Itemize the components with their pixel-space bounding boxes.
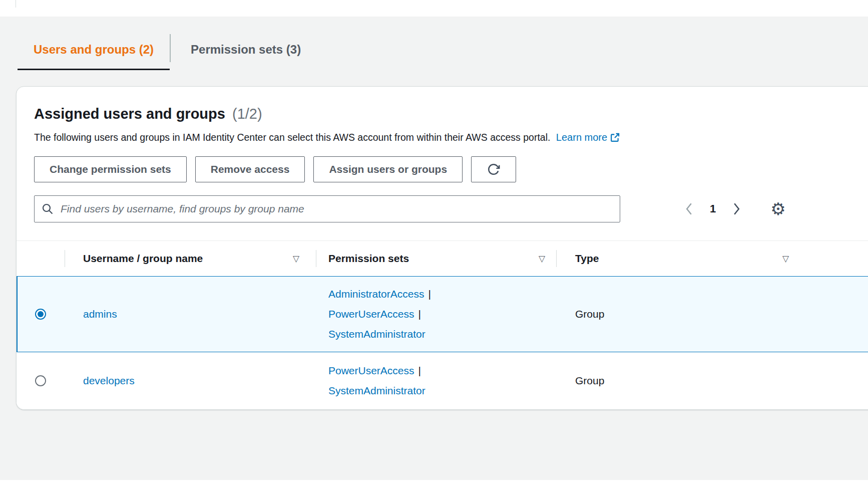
- table-controls: 1 ⚙: [34, 195, 859, 222]
- bottom-strip: [0, 480, 868, 489]
- row-type-cell: Group: [556, 352, 868, 409]
- row-select-cell: [17, 277, 65, 352]
- learn-more-label: Learn more: [556, 132, 607, 143]
- assigned-users-groups-panel: Assigned users and groups (1/2) The foll…: [16, 86, 868, 410]
- column-header-permission-sets[interactable]: Permission sets ▽: [316, 241, 556, 276]
- permission-set-link[interactable]: SystemAdministrator: [328, 385, 425, 396]
- assign-users-or-groups-button[interactable]: Assign users or groups: [313, 156, 463, 182]
- current-page-number: 1: [702, 202, 724, 215]
- search-icon: [42, 203, 54, 215]
- row-select-cell: [17, 352, 65, 409]
- table-row-admins: admins AdministratorAccess| PowerUserAcc…: [17, 276, 868, 352]
- permission-set-link[interactable]: PowerUserAccess: [328, 308, 414, 320]
- sort-icon[interactable]: ▽: [293, 254, 299, 264]
- separator: |: [418, 365, 421, 376]
- group-link[interactable]: admins: [83, 308, 117, 320]
- separator: |: [428, 288, 430, 300]
- panel-description: The following users and groups in IAM Id…: [34, 131, 859, 144]
- tab-users-and-groups[interactable]: Users and groups (2): [18, 31, 170, 70]
- row-name-cell: admins: [65, 277, 316, 352]
- top-bar: [0, 0, 868, 17]
- group-link[interactable]: developers: [83, 375, 135, 387]
- panel-title-counter: (1/2): [232, 106, 262, 122]
- panel-title: Assigned users and groups (1/2): [34, 105, 859, 123]
- sort-icon[interactable]: ▽: [782, 254, 789, 264]
- radio-unselected[interactable]: [35, 375, 46, 386]
- action-buttons: Change permission sets Remove access Ass…: [34, 156, 859, 182]
- column-header-type-label: Type: [575, 253, 599, 265]
- selection-column-header: [17, 241, 65, 276]
- column-header-permission-sets-label: Permission sets: [328, 253, 409, 265]
- chevron-left-icon: [685, 202, 693, 215]
- change-permission-sets-button[interactable]: Change permission sets: [34, 156, 187, 182]
- column-header-username[interactable]: Username / group name ▽: [65, 241, 316, 276]
- panel-title-text: Assigned users and groups: [34, 106, 225, 122]
- chevron-right-icon: [733, 202, 740, 215]
- iam-identity-center-account-page: Users and groups (2) Permission sets (3)…: [0, 0, 868, 489]
- tab-permission-sets-count: (3): [286, 43, 301, 56]
- panel-header: Assigned users and groups (1/2) The foll…: [17, 87, 868, 222]
- tab-permission-sets[interactable]: Permission sets (3): [171, 31, 317, 70]
- tab-users-and-groups-label: Users and groups: [34, 43, 136, 56]
- search-input[interactable]: [61, 203, 613, 215]
- row-type-cell: Group: [556, 277, 868, 352]
- search-box: [34, 195, 620, 222]
- permission-set-link[interactable]: SystemAdministrator: [328, 328, 425, 340]
- learn-more-link[interactable]: Learn more: [556, 132, 620, 143]
- row-name-cell: developers: [65, 352, 316, 409]
- separator: |: [418, 308, 421, 320]
- radio-selected[interactable]: [35, 309, 46, 320]
- gear-icon: ⚙: [770, 199, 785, 219]
- column-header-type[interactable]: Type ▽: [556, 241, 868, 276]
- refresh-button[interactable]: [471, 156, 516, 182]
- previous-page-button[interactable]: [676, 202, 702, 215]
- table-row-developers: developers PowerUserAccess| SystemAdmini…: [17, 352, 868, 409]
- top-bar-divider: [16, 0, 16, 8]
- tab-permission-sets-label: Permission sets: [191, 43, 283, 56]
- permission-set-link[interactable]: AdministratorAccess: [328, 288, 424, 300]
- tab-users-and-groups-count: (2): [139, 43, 154, 56]
- row-permission-sets-cell: PowerUserAccess| SystemAdministrator: [316, 352, 556, 409]
- preferences-button[interactable]: ⚙: [770, 200, 785, 217]
- row-permission-sets-cell: AdministratorAccess| PowerUserAccess| Sy…: [316, 277, 556, 352]
- permission-set-link[interactable]: PowerUserAccess: [328, 365, 414, 376]
- remove-access-button[interactable]: Remove access: [195, 156, 305, 182]
- table-header-row: Username / group name ▽ Permission sets …: [17, 241, 868, 276]
- refresh-icon: [487, 163, 500, 176]
- sort-icon[interactable]: ▽: [539, 254, 545, 264]
- tab-list: Users and groups (2) Permission sets (3): [18, 31, 317, 70]
- next-page-button[interactable]: [724, 202, 749, 215]
- pagination: 1: [676, 202, 749, 215]
- external-link-icon: [610, 133, 620, 142]
- column-header-username-label: Username / group name: [83, 253, 203, 265]
- panel-description-text: The following users and groups in IAM Id…: [34, 132, 550, 143]
- assigned-users-groups-table: Username / group name ▽ Permission sets …: [17, 240, 868, 409]
